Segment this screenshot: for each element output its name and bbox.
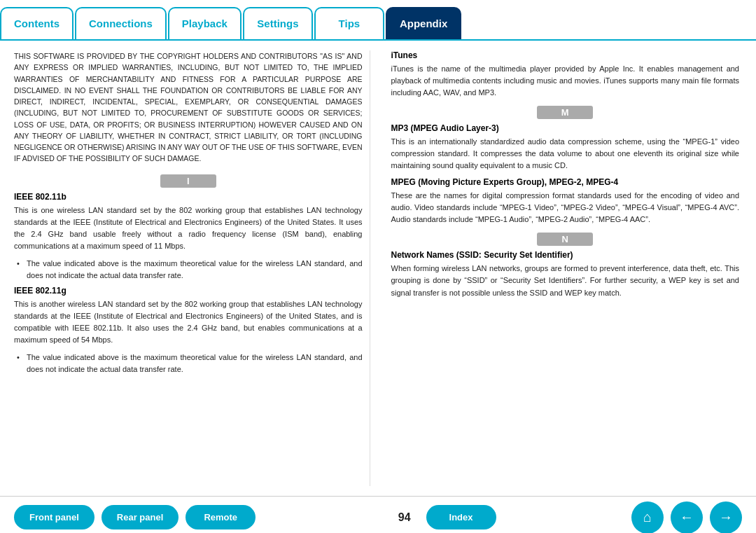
term-itunes: iTunes iTunes is the name of the multime… — [391, 50, 740, 99]
rear-panel-button[interactable]: Rear panel — [102, 505, 178, 529]
letter-badge-m: M — [391, 106, 740, 119]
index-button[interactable]: Index — [426, 505, 496, 529]
bottom-center: 94 Index — [391, 505, 496, 529]
main-content: THIS SOFTWARE IS PROVIDED BY THE COPYRIG… — [0, 41, 756, 496]
forward-button[interactable]: → — [710, 501, 742, 534]
disclaimer-text: THIS SOFTWARE IS PROVIDED BY THE COPYRIG… — [14, 50, 363, 165]
tab-appendix[interactable]: Appendix — [386, 7, 461, 39]
back-icon: ← — [680, 509, 694, 525]
page-number: 94 — [398, 511, 411, 524]
letter-badge-i: I — [14, 174, 363, 188]
term-ieee-802-11g: IEEE 802.11g This is another wireless LA… — [14, 286, 363, 375]
tab-connections[interactable]: Connections — [75, 7, 167, 39]
right-column: iTunes iTunes is the name of the multime… — [384, 50, 740, 486]
home-icon: ⌂ — [643, 509, 652, 525]
tab-playback[interactable]: Playback — [168, 7, 241, 39]
bottom-navigation: Front panel Rear panel Remote 94 Index ⌂… — [0, 496, 756, 533]
term-mpeg: MPEG (Moving Picture Experts Group), MPE… — [391, 177, 740, 226]
term-network-names: Network Names (SSID: Security Set Identi… — [391, 250, 740, 298]
remote-button[interactable]: Remote — [186, 505, 255, 529]
letter-badge-n: N — [391, 233, 740, 246]
bottom-right-buttons: ⌂ ← → — [631, 501, 742, 534]
term-mp3: MP3 (MPEG Audio Layer-3) This is an inte… — [391, 123, 740, 172]
front-panel-button[interactable]: Front panel — [14, 505, 94, 529]
back-button[interactable]: ← — [671, 501, 703, 534]
top-navigation: Contents Connections Playback Settings T… — [0, 0, 756, 41]
home-button[interactable]: ⌂ — [631, 501, 664, 534]
tab-contents[interactable]: Contents — [0, 7, 74, 39]
tab-settings[interactable]: Settings — [243, 7, 313, 39]
term-ieee-802-11b: IEEE 802.11b This is one wireless LAN st… — [14, 192, 363, 282]
bottom-left-buttons: Front panel Rear panel Remote — [14, 505, 255, 529]
left-column: THIS SOFTWARE IS PROVIDED BY THE COPYRIG… — [14, 50, 370, 486]
tab-tips[interactable]: Tips — [314, 7, 384, 39]
forward-icon: → — [719, 509, 733, 525]
